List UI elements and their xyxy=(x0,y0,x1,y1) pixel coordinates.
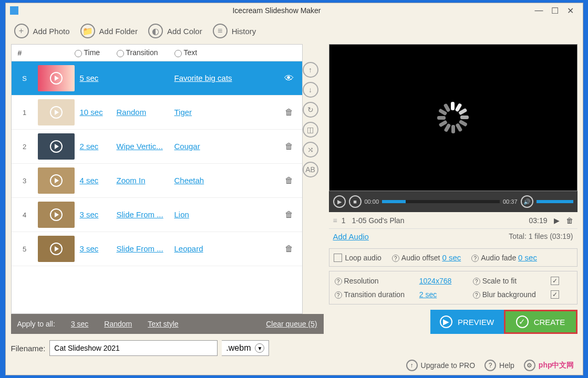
delete-icon[interactable]: 🗑 xyxy=(285,210,293,219)
table-row[interactable]: 4 3 sec Slide From ... Lion 🗑 xyxy=(12,198,302,232)
add-audio-link[interactable]: Add Audio xyxy=(333,232,369,241)
app-logo-icon xyxy=(10,6,18,15)
col-transition[interactable]: Transition xyxy=(117,48,174,57)
time-link[interactable]: 10 sec xyxy=(80,108,103,117)
slide-thumbnail[interactable] xyxy=(38,133,75,160)
play-button[interactable]: ▶ xyxy=(333,195,346,208)
maximize-button[interactable]: ☐ xyxy=(547,6,563,16)
apply-transition-link[interactable]: Random xyxy=(104,320,132,328)
table-row[interactable]: 2 2 sec Wipe Vertic... Cougar 🗑 xyxy=(12,130,302,164)
create-button[interactable]: ✓ CREATE xyxy=(504,310,577,334)
delete-icon[interactable]: 🗑 xyxy=(285,244,293,253)
add-photo-button[interactable]: +Add Photo xyxy=(14,24,70,38)
mute-button[interactable]: 🔊 xyxy=(521,195,533,208)
transition-link[interactable]: Wipe Vertic... xyxy=(117,142,163,151)
plus-icon: + xyxy=(14,24,29,38)
help-icon[interactable]: ? xyxy=(473,278,480,285)
col-text[interactable]: Text xyxy=(174,48,276,57)
progress-bar[interactable] xyxy=(382,200,500,203)
help-icon[interactable]: ? xyxy=(335,291,342,299)
text-icon xyxy=(174,50,182,57)
crop-button[interactable]: ◫ xyxy=(303,122,318,138)
slide-thumbnail[interactable] xyxy=(38,65,75,91)
clear-queue-link[interactable]: Clear queue (5) xyxy=(266,320,317,328)
loop-checkbox[interactable] xyxy=(334,254,342,262)
table-row[interactable]: S 5 sec Favorite big cats 👁 xyxy=(12,61,302,96)
close-button[interactable]: ✕ xyxy=(563,6,579,16)
audio-total: Total: 1 files (03:19) xyxy=(509,232,573,241)
preview-button[interactable]: ▶ PREVIEW xyxy=(430,310,504,334)
transition-link[interactable]: Slide From ... xyxy=(117,210,163,219)
move-down-button[interactable]: ↓ xyxy=(303,82,318,98)
text-link[interactable]: Cheetah xyxy=(174,176,204,185)
transition-link[interactable]: Slide From ... xyxy=(117,244,163,253)
apply-time-link[interactable]: 3 sec xyxy=(71,320,88,328)
slide-thumbnail[interactable] xyxy=(38,202,75,228)
add-folder-button[interactable]: 📁Add Folder xyxy=(80,24,138,38)
time-total: 00:37 xyxy=(503,198,518,205)
text-link[interactable]: Tiger xyxy=(174,108,192,117)
volume-slider[interactable] xyxy=(537,200,573,203)
text-link[interactable]: Lion xyxy=(174,210,189,219)
delete-icon[interactable]: 🗑 xyxy=(285,176,293,185)
help-icon[interactable]: ? xyxy=(392,255,399,262)
move-up-button[interactable]: ↑ xyxy=(303,62,318,78)
filename-row: Filename: .webm ▼ xyxy=(11,334,324,356)
track-play-icon[interactable]: ▶ xyxy=(554,216,560,225)
text-link[interactable]: Leopard xyxy=(174,244,203,253)
slide-thumbnail[interactable] xyxy=(38,167,75,194)
time-link[interactable]: 3 sec xyxy=(80,210,99,219)
table-row[interactable]: 5 3 sec Slide From ... Leopard 🗑 xyxy=(12,232,302,266)
add-color-button[interactable]: ◐Add Color xyxy=(148,24,202,38)
time-link[interactable]: 4 sec xyxy=(80,176,99,185)
filename-input[interactable] xyxy=(49,340,218,356)
upgrade-button[interactable]: ↑Upgrade to PRO xyxy=(406,360,476,371)
audio-track-row[interactable]: ≡ 1 1-05 God's Plan 03:19 ▶ 🗑 xyxy=(329,212,577,229)
transition-link[interactable]: Random xyxy=(117,108,147,117)
extension-dropdown[interactable]: .webm ▼ xyxy=(222,340,269,356)
toolbar: +Add Photo 📁Add Folder ◐Add Color ≡Histo… xyxy=(6,18,583,44)
transition-link[interactable]: Zoom In xyxy=(117,176,146,185)
audio-offset-link[interactable]: 0 sec xyxy=(442,253,461,262)
minimize-button[interactable]: — xyxy=(531,6,547,15)
history-button[interactable]: ≡History xyxy=(213,24,256,38)
text-link[interactable]: Favorite big cats xyxy=(174,74,232,82)
play-icon: ▶ xyxy=(440,316,452,328)
trans-duration-link[interactable]: 2 sec xyxy=(419,290,467,299)
slide-table: # Time Transition Text S 5 sec Favorite … xyxy=(11,44,303,314)
track-handle-icon: ≡ xyxy=(333,216,337,225)
play-icon xyxy=(50,106,63,119)
help-icon[interactable]: ? xyxy=(335,278,342,285)
folder-icon: 📁 xyxy=(80,24,95,38)
slide-thumbnail[interactable] xyxy=(38,99,75,125)
delete-icon[interactable]: 🗑 xyxy=(285,108,293,117)
text-link[interactable]: Cougar xyxy=(174,142,200,151)
shuffle-button[interactable]: ⤭ xyxy=(303,142,318,158)
play-icon xyxy=(50,243,63,255)
scale-checkbox[interactable]: ✓ xyxy=(551,277,559,285)
question-icon: ? xyxy=(484,360,496,371)
blur-checkbox[interactable]: ✓ xyxy=(551,290,559,299)
eye-icon[interactable]: 👁 xyxy=(284,73,294,83)
help-icon[interactable]: ? xyxy=(473,291,480,299)
time-link[interactable]: 3 sec xyxy=(80,244,99,253)
help-icon[interactable]: ? xyxy=(471,255,479,262)
apply-textstyle-link[interactable]: Text style xyxy=(148,320,178,328)
col-time[interactable]: Time xyxy=(75,48,117,57)
audio-fade-link[interactable]: 0 sec xyxy=(518,253,537,262)
table-row[interactable]: 1 10 sec Random Tiger 🗑 xyxy=(12,96,302,130)
help-button[interactable]: ?Help xyxy=(484,360,514,371)
rotate-button[interactable]: ↻ xyxy=(303,102,318,118)
time-link[interactable]: 2 sec xyxy=(80,142,99,151)
stop-button[interactable]: ■ xyxy=(349,195,362,208)
settings-button[interactable]: ⚙php中文网 xyxy=(524,360,574,371)
track-name: 1-05 God's Plan xyxy=(352,216,529,225)
resolution-link[interactable]: 1024x768 xyxy=(419,277,467,285)
track-delete-icon[interactable]: 🗑 xyxy=(566,216,573,225)
time-link[interactable]: 5 sec xyxy=(80,74,99,82)
ab-button[interactable]: AB xyxy=(303,162,318,177)
slide-thumbnail[interactable] xyxy=(38,236,75,262)
play-icon xyxy=(50,72,63,85)
table-row[interactable]: 3 4 sec Zoom In Cheetah 🗑 xyxy=(12,164,302,198)
delete-icon[interactable]: 🗑 xyxy=(285,142,293,151)
